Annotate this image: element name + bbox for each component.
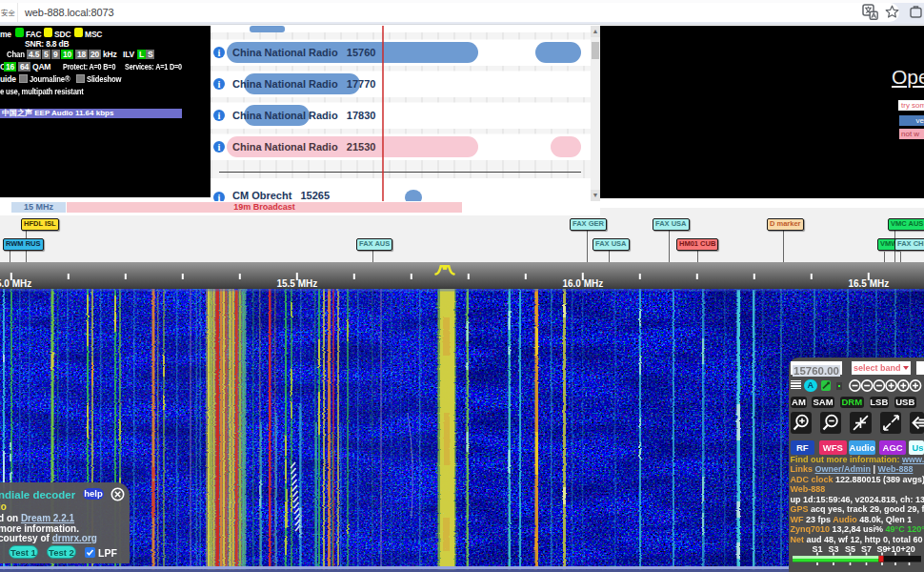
svg-text:15.0 MHz: 15.0 MHz (0, 278, 31, 289)
svg-text:16.5 MHz: 16.5 MHz (848, 278, 889, 289)
svg-text:i: i (218, 142, 221, 153)
svg-text:i: i (218, 193, 221, 201)
svg-text:+10+20: +10+20 (886, 544, 915, 554)
svg-text:i: i (218, 79, 221, 90)
svg-text:16.0 MHz: 16.0 MHz (562, 278, 603, 289)
svg-text:15.5 MHz: 15.5 MHz (276, 278, 317, 289)
svg-text:i: i (218, 48, 221, 58)
svg-text:i: i (218, 111, 221, 121)
